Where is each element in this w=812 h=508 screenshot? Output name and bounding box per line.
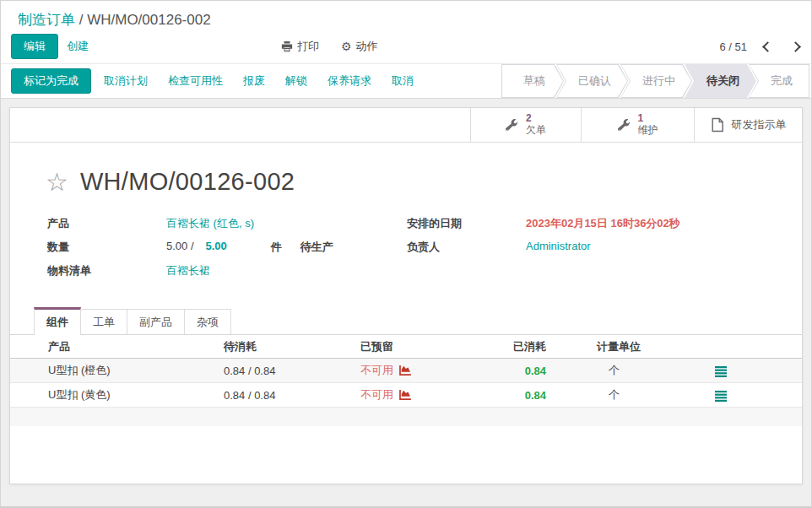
header-product: 产品 [10, 339, 217, 354]
row-to-consume: 0.84 / 0.84 [217, 389, 356, 402]
backorders-label: 欠单 [526, 125, 546, 137]
status-step-draft[interactable]: 草稿 [501, 64, 564, 98]
row-product: U型扣 (黄色) [10, 387, 217, 403]
table-header-row: 产品 待消耗 已预留 已消耗 计量单位 [10, 335, 802, 359]
responsible-value[interactable]: Administrator [526, 240, 591, 255]
bom-field-value[interactable]: 百褶长裙 [166, 263, 210, 278]
mark-as-done-button[interactable]: 标记为完成 [11, 68, 91, 94]
maintenance-smart-button[interactable]: 1 维护 [581, 108, 694, 142]
quantity-total[interactable]: 5.00 [206, 240, 227, 255]
maintenance-count: 1 [638, 113, 658, 125]
print-label: 打印 [297, 39, 319, 54]
product-field-label: 产品 [47, 216, 166, 231]
status-step-done[interactable]: 完成 [749, 64, 809, 98]
quantity-state: 待生产 [300, 240, 333, 255]
tab-miscellaneous[interactable]: 杂项 [184, 309, 231, 334]
row-consumed: 0.84 [500, 389, 546, 402]
move-details-list-icon[interactable] [715, 391, 727, 402]
record-title: WH/MO/00126-002 [80, 168, 295, 196]
smart-button-box: 2 欠单 1 维护 研发指示单 [10, 108, 802, 143]
header-reserved: 已预留 [356, 339, 500, 354]
pager-value: 6 / 51 [719, 41, 747, 53]
maintenance-request-button[interactable]: 保养请求 [320, 69, 379, 93]
backorders-smart-button[interactable]: 2 欠单 [470, 108, 581, 142]
bom-field-label: 物料清单 [47, 263, 166, 278]
responsible-label: 负责人 [407, 240, 526, 255]
quantity-produced: 5.00 / [166, 240, 194, 255]
manufacturing-order-page: 制造订单 / WH/MO/00126-002 编辑 创建 打印 ⚙ 动作 6 /… [0, 0, 812, 508]
rd-instruction-smart-button[interactable]: 研发指示单 [694, 108, 802, 142]
breadcrumb-separator: / [79, 12, 87, 28]
title-row: ☆ WH/MO/00126-002 [10, 143, 802, 201]
row-uom: 个 [546, 363, 694, 378]
action-label: 动作 [356, 39, 378, 54]
unplan-button[interactable]: 取消计划 [96, 69, 155, 93]
breadcrumb: 制造订单 / WH/MO/00126-002 [1, 1, 811, 30]
header-to-consume: 待消耗 [217, 339, 356, 354]
maintenance-label: 维护 [638, 125, 658, 137]
action-menu-button[interactable]: ⚙ 动作 [341, 39, 378, 54]
form-sheet: 2 欠单 1 维护 研发指示单 ☆ WH/MO [9, 107, 803, 484]
unlock-button[interactable]: 解锁 [278, 69, 315, 93]
row-reserved-status: 不可用 [360, 387, 393, 403]
breadcrumb-parent[interactable]: 制造订单 [18, 12, 75, 28]
backorders-count: 2 [526, 113, 546, 125]
printer-icon [281, 41, 293, 52]
quantity-field-label: 数量 [47, 240, 166, 255]
row-consumed: 0.84 [500, 365, 546, 377]
wrench-icon [506, 119, 518, 132]
statusbar: 标记为完成 取消计划 检查可用性 报废 解锁 保养请求 取消 草稿 已确认 进行… [1, 63, 811, 99]
row-product: U型扣 (橙色) [10, 363, 217, 378]
edit-button[interactable]: 编辑 [11, 34, 58, 59]
scheduled-date-value: 2023年02月15日 16时36分02秒 [526, 216, 680, 231]
status-steps: 草稿 已确认 进行中 待关闭 完成 [501, 64, 811, 98]
field-group: 产品 百褶长裙 (红色, s) 数量 5.00 / 5.00 件 待生产 物料清… [10, 201, 802, 287]
form-view: 2 欠单 1 维护 研发指示单 ☆ WH/MO [1, 99, 811, 506]
create-button[interactable]: 创建 [58, 35, 97, 58]
control-panel-buttons: 编辑 创建 打印 ⚙ 动作 6 / 51 [1, 30, 811, 63]
favorite-star-icon[interactable]: ☆ [46, 170, 68, 195]
document-icon [711, 117, 724, 132]
row-reserved-status: 不可用 [360, 363, 393, 378]
status-step-in-progress[interactable]: 进行中 [620, 64, 692, 98]
gear-icon: ⚙ [341, 41, 352, 52]
print-button[interactable]: 打印 [281, 39, 319, 54]
components-table: 产品 待消耗 已预留 已消耗 计量单位 U型扣 (橙色) 0.84 / 0.84… [10, 335, 802, 426]
tab-work-orders[interactable]: 工单 [80, 309, 127, 334]
status-step-to-close[interactable]: 待关闭 [685, 64, 756, 98]
forecast-chart-icon[interactable] [399, 390, 411, 400]
forecast-chart-icon[interactable] [399, 365, 411, 376]
product-field-value[interactable]: 百褶长裙 (红色, s) [166, 216, 254, 231]
tab-byproducts[interactable]: 副产品 [127, 309, 185, 334]
scheduled-date-label: 安排的日期 [407, 216, 526, 231]
header-consumed: 已消耗 [500, 339, 546, 354]
row-uom: 个 [546, 387, 694, 403]
pager: 6 / 51 [719, 41, 799, 53]
header-uom: 计量单位 [546, 339, 694, 354]
table-row[interactable]: U型扣 (橙色) 0.84 / 0.84 不可用 0.84 个 [10, 359, 802, 383]
wrench-icon [618, 119, 631, 132]
notebook-tabs: 组件 工单 副产品 杂项 [10, 307, 802, 335]
empty-table-stripe [10, 408, 802, 426]
table-row[interactable]: U型扣 (黄色) 0.84 / 0.84 不可用 0.84 个 [10, 383, 802, 408]
row-to-consume: 0.84 / 0.84 [217, 365, 356, 377]
scrap-button[interactable]: 报废 [235, 69, 273, 93]
check-availability-button[interactable]: 检查可用性 [160, 69, 230, 93]
status-step-confirmed[interactable]: 已确认 [556, 64, 628, 98]
move-details-list-icon[interactable] [715, 366, 727, 377]
quantity-uom: 件 [271, 240, 282, 255]
tab-components[interactable]: 组件 [34, 307, 81, 335]
cancel-button[interactable]: 取消 [384, 69, 421, 93]
pager-next-icon[interactable] [790, 41, 801, 52]
breadcrumb-current: WH/MO/00126-002 [87, 12, 210, 28]
pager-previous-icon[interactable] [762, 41, 773, 52]
rd-instruction-label: 研发指示单 [732, 117, 787, 132]
